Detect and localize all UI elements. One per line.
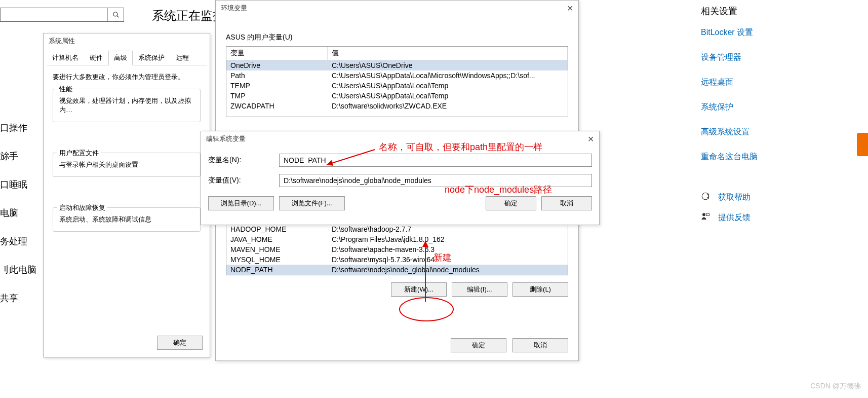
edit-button[interactable]: 编辑(I)... <box>452 282 507 297</box>
system-properties-dialog: 系统属性 计算机名 硬件 高级 系统保护 远程 要进行大多数更改，你必须作为管理… <box>43 33 210 357</box>
related-heading: 相关设置 <box>701 5 858 17</box>
feedback-link[interactable]: 提供反馈 <box>701 212 858 223</box>
link-device-manager[interactable]: 设备管理器 <box>701 52 858 63</box>
svg-rect-4 <box>706 213 709 216</box>
cancel-button[interactable]: 取消 <box>512 338 568 352</box>
tab-system-protection[interactable]: 系统保护 <box>133 51 170 65</box>
left-nav: 口操作 旀手 口睡眠 电脑 务处理 刂此电脑 共享 <box>0 122 36 320</box>
search-input[interactable] <box>1 8 107 21</box>
table-row[interactable]: MYSQL_HOMED:\software\mysql-5.7.36-winx6… <box>226 255 568 265</box>
title-text: 环境变量 <box>221 4 247 13</box>
watermark: CSDN @万德佛 <box>810 382 861 391</box>
help-label: 获取帮助 <box>718 192 751 203</box>
variable-name-input[interactable] <box>279 154 592 167</box>
title-text: 编辑系统变量 <box>206 134 246 143</box>
name-label: 变量名(N): <box>208 156 279 165</box>
legend: 用户配置文件 <box>57 149 101 158</box>
ok-button[interactable]: 确定 <box>486 196 536 210</box>
titlebar[interactable]: 环境变量 ✕ <box>216 1 578 16</box>
help-link[interactable]: 获取帮助 <box>701 192 858 203</box>
feedback-label: 提供反馈 <box>718 212 751 223</box>
link-remote-desktop[interactable]: 远程桌面 <box>701 77 858 88</box>
table-row[interactable]: TEMPC:\Users\ASUS\AppData\Local\Temp <box>226 81 568 91</box>
value-label: 变量值(V): <box>208 176 279 185</box>
edit-variable-dialog: 编辑系统变量 ✕ 变量名(N): 变量值(V): 浏览目录(D)... 浏览文件… <box>201 131 600 225</box>
admin-note: 要进行大多数更改，你必须作为管理员登录。 <box>53 73 201 82</box>
table-row[interactable]: OneDriveC:\Users\ASUS\OneDrive <box>226 60 568 70</box>
svg-point-0 <box>113 12 117 16</box>
page-title: 系统正在监扛 <box>152 8 225 24</box>
table-row[interactable]: JAVA_HOMEC:\Program Files\Java\jdk1.8.0_… <box>226 234 568 244</box>
user-vars-label: ASUS 的用户变量(U) <box>226 33 568 42</box>
table-row[interactable]: MAVEN_HOMED:\software\apache-maven-3.6.3 <box>226 244 568 255</box>
table-row[interactable]: ZWCADPATHD:\software\solidworks\ZWCAD.EX… <box>226 101 568 111</box>
legend: 启动和故障恢复 <box>57 203 107 212</box>
nav-item[interactable]: 共享 <box>0 292 36 304</box>
nav-item[interactable]: 刂此电脑 <box>0 264 36 276</box>
link-bitlocker[interactable]: BitLocker 设置 <box>701 27 858 38</box>
right-panel: 相关设置 BitLocker 设置 设备管理器 远程桌面 系统保护 高级系统设置… <box>701 5 858 232</box>
user-vars-table[interactable]: 变量 值 OneDriveC:\Users\ASUS\OneDrive Path… <box>226 46 568 117</box>
legend: 性能 <box>57 85 74 94</box>
system-vars-table[interactable]: HADOOP_HOMED:\software\hadoop-2.7.7 JAVA… <box>226 224 568 275</box>
browse-dir-button[interactable]: 浏览目录(D)... <box>208 196 274 210</box>
startup-fieldset: 启动和故障恢复 系统启动、系统故障和调试信息 <box>53 207 201 232</box>
tab-advanced[interactable]: 高级 <box>108 51 133 65</box>
ok-button[interactable]: 确定 <box>157 336 203 350</box>
performance-text: 视觉效果，处理器计划，内存使用，以及虚拟内… <box>59 96 194 115</box>
new-button[interactable]: 新建(W)... <box>391 282 447 297</box>
help-icon <box>701 192 711 203</box>
svg-point-2 <box>702 193 709 200</box>
delete-button[interactable]: 删除(L) <box>512 282 568 297</box>
search-box[interactable] <box>0 8 124 22</box>
ok-button[interactable]: 确定 <box>451 338 506 352</box>
performance-fieldset: 性能 视觉效果，处理器计划，内存使用，以及虚拟内… <box>53 89 201 122</box>
nav-item[interactable]: 口操作 <box>0 122 36 134</box>
variable-value-input[interactable] <box>279 174 592 187</box>
col-variable[interactable]: 变量 <box>226 47 328 60</box>
svg-line-1 <box>116 16 119 18</box>
browse-file-button[interactable]: 浏览文件(F)... <box>279 196 345 210</box>
titlebar[interactable]: 编辑系统变量 ✕ <box>201 131 599 147</box>
table-row[interactable]: NODE_PATHD:\software\nodejs\node_global\… <box>226 265 568 275</box>
nav-item[interactable]: 旀手 <box>0 150 36 162</box>
tabs: 计算机名 硬件 高级 系统保护 远程 <box>47 51 207 65</box>
col-value[interactable]: 值 <box>328 47 568 60</box>
svg-point-3 <box>702 213 705 216</box>
nav-item[interactable]: 口睡眠 <box>0 178 36 191</box>
profile-text: 与登录帐户相关的桌面设置 <box>59 160 194 169</box>
table-row[interactable]: HADOOP_HOMED:\software\hadoop-2.7.7 <box>226 224 568 234</box>
nav-item[interactable]: 电脑 <box>0 207 36 219</box>
titlebar[interactable]: 系统属性 <box>44 33 210 49</box>
tab-hardware[interactable]: 硬件 <box>84 51 108 65</box>
close-icon[interactable]: ✕ <box>587 134 594 144</box>
feedback-icon <box>701 212 711 223</box>
nav-item[interactable]: 务处理 <box>0 235 36 247</box>
search-icon[interactable] <box>107 8 124 21</box>
tab-computer-name[interactable]: 计算机名 <box>47 51 84 65</box>
title-text: 系统属性 <box>49 37 75 46</box>
side-badge <box>857 133 868 156</box>
cancel-button[interactable]: 取消 <box>541 196 592 210</box>
table-row[interactable]: TMPC:\Users\ASUS\AppData\Local\Temp <box>226 91 568 101</box>
profile-fieldset: 用户配置文件 与登录帐户相关的桌面设置 <box>53 153 201 177</box>
close-icon[interactable]: ✕ <box>567 4 573 13</box>
table-row[interactable]: PathC:\Users\ASUS\AppData\Local\Microsof… <box>226 70 568 81</box>
startup-text: 系统启动、系统故障和调试信息 <box>59 215 194 224</box>
link-system-protection[interactable]: 系统保护 <box>701 102 858 113</box>
link-rename-pc[interactable]: 重命名这台电脑 <box>701 152 858 162</box>
tab-remote[interactable]: 远程 <box>170 51 194 65</box>
link-advanced-system[interactable]: 高级系统设置 <box>701 127 858 137</box>
